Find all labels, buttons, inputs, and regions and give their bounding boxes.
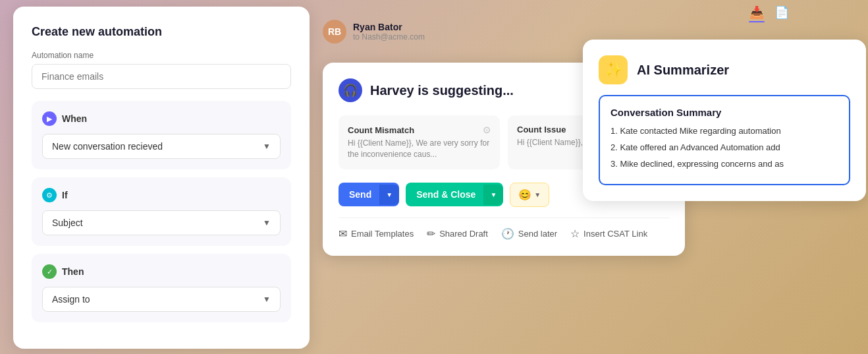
ai-summary-item-3: 3. Mike declined, expressing concerns an… [610,158,838,171]
then-value: Assign to [52,294,90,305]
conversation-header: RB Ryan Bator to Nash@acme.com [323,20,425,44]
send-close-split-arrow[interactable]: ▼ [483,185,503,205]
inbox-icon[interactable]: 📥 [749,5,764,20]
then-header: ✓ Then [42,264,281,279]
avatar-initials: RB [328,26,341,37]
shared-draft-label: Shared Draft [439,229,488,239]
user-email: to Nash@acme.com [353,32,425,42]
send-label: Send [349,189,371,200]
card-1-icon: ⊙ [483,125,491,135]
avatar: RB [323,20,346,44]
when-header: ▶ When [42,111,281,126]
ai-emoji-icon: ✨ [605,61,622,78]
if-value: Subject [52,218,83,228]
emoji-icon: 😊 [518,189,531,201]
send-later-item[interactable]: 🕐 Send later [501,227,557,240]
send-later-label: Send later [518,229,557,239]
when-block: ▶ When New conversation recieved ▼ [32,101,291,169]
if-icon: ⚙ [42,188,57,202]
when-label: When [62,113,87,124]
automation-field-label: Automation name [32,51,291,60]
when-dropdown[interactable]: New conversation recieved ▼ [42,134,281,159]
harvey-avatar: 🎧 [339,78,362,102]
send-button[interactable]: Send ▼ [339,183,399,206]
harvey-avatar-emoji: 🎧 [343,83,358,98]
if-label: If [62,190,68,200]
ai-summary-item-2: 2. Kate offered an Advanced Automation a… [610,141,838,155]
insert-csat-label: Insert CSAT Link [583,229,647,239]
if-block: ⚙ If Subject ▼ [32,177,291,246]
insert-csat-icon: ☆ [570,227,580,240]
then-dropdown[interactable]: Assign to ▼ [42,287,281,312]
send-split-arrow[interactable]: ▼ [379,185,399,205]
card-1-text: Hi {{Client Name}}, We are very sorry fo… [348,138,491,160]
if-header: ⚙ If [42,188,281,202]
email-templates-label: Email Templates [351,229,414,239]
ai-header: ✨ AI Summarizer [599,55,850,84]
document-icon[interactable]: 📄 [774,5,789,20]
ai-summary-box: Conversation Summary 1. Kate contacted M… [599,95,850,185]
automation-name-input[interactable] [32,64,291,89]
send-close-label: Send & Close [416,189,475,200]
insert-csat-item[interactable]: ☆ Insert CSAT Link [570,227,647,240]
shared-draft-item[interactable]: ✏ Shared Draft [427,227,488,240]
send-later-icon: 🕐 [501,227,514,240]
ai-summary-item-1: 1. Kate contacted Mike regarding automat… [610,125,838,138]
then-arrow-icon: ▼ [263,295,271,304]
ai-icon: ✨ [599,55,628,84]
user-name: Ryan Bator [353,22,425,32]
harvey-title: Harvey is suggesting... [370,83,514,98]
if-arrow-icon: ▼ [263,218,271,227]
automation-title: Create new automation [32,25,291,39]
ai-panel: ✨ AI Summarizer Conversation Summary 1. … [583,40,866,201]
send-close-button[interactable]: Send & Close ▼ [406,183,503,206]
ai-title: AI Summarizer [637,63,729,78]
when-arrow-icon: ▼ [263,142,271,151]
when-icon: ▶ [42,111,57,126]
when-value: New conversation recieved [52,141,163,152]
user-info: Ryan Bator to Nash@acme.com [353,22,425,42]
email-templates-icon: ✉ [339,227,347,240]
if-dropdown[interactable]: Subject ▼ [42,210,281,235]
card-1-title: Count Mismatch ⊙ [348,125,491,135]
template-card-1[interactable]: Count Mismatch ⊙ Hi {{Client Name}}, We … [339,115,500,169]
then-label: Then [62,266,84,277]
then-block: ✓ Then Assign to ▼ [32,254,291,322]
automation-panel: Create new automation Automation name ▶ … [13,7,310,349]
then-icon: ✓ [42,264,57,279]
toolbar-bottom: ✉ Email Templates ✏ Shared Draft 🕐 Send … [339,218,669,240]
emoji-dropdown-arrow: ▼ [534,191,541,198]
top-header: 📥 📄 [749,5,789,20]
emoji-button[interactable]: 😊 ▼ [510,183,549,207]
ai-summary-heading: Conversation Summary [610,107,838,118]
email-templates-item[interactable]: ✉ Email Templates [339,227,414,240]
shared-draft-icon: ✏ [427,227,435,240]
